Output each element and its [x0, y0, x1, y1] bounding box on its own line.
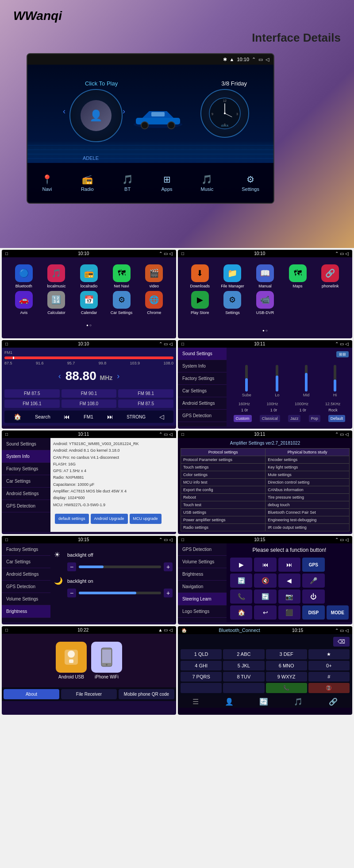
backlight-off-minus[interactable]: − [67, 562, 76, 571]
bt-music-icon[interactable]: 🎵 [294, 698, 303, 706]
nav-settings[interactable]: ⚙ Settings [242, 174, 259, 192]
brightness-menu-brightness[interactable]: Brightness [2, 605, 50, 618]
nav-music[interactable]: 🎵 Music [201, 174, 214, 192]
brightness-menu-factory[interactable]: Factory Settings [2, 543, 50, 556]
sound-menu-system[interactable]: System Info [178, 360, 227, 372]
radio-band-btn[interactable]: FM1 [84, 414, 93, 419]
bt-link-icon[interactable]: 🔗 [329, 698, 338, 706]
iphone-wifi-item[interactable]: iPhone WiFi [91, 642, 122, 679]
gps-menu-navigation[interactable]: Navigation [178, 581, 227, 593]
gps-next-btn[interactable]: ⏭ [278, 558, 300, 572]
bt-key-6[interactable]: 6 MNO [266, 661, 307, 670]
app-downloads[interactable]: ⬇ Downloads [185, 264, 215, 288]
radio-back-btn[interactable]: ◁ [159, 413, 164, 420]
preset-classical[interactable]: Classical [260, 415, 280, 422]
gps-power-btn[interactable]: ⏻ [302, 589, 324, 604]
bt-key-4[interactable]: 4 GHI [181, 661, 222, 670]
eng-row-8-1[interactable]: USB settings [181, 509, 266, 516]
eng-row-3-2[interactable]: Mute settings [266, 471, 350, 479]
bt-call-btn[interactable]: 📞 [266, 683, 307, 693]
nav-navi[interactable]: 📍 Navi [42, 174, 53, 192]
bt-key-0plus[interactable]: 0+ [308, 661, 350, 670]
sysinfo-menu-system[interactable]: System Info [2, 450, 50, 463]
gps-menu-steering[interactable]: Steering Learn [178, 593, 227, 605]
eng-row-10-2[interactable]: IR code output setting [266, 524, 350, 531]
next-arrow[interactable]: › [123, 107, 125, 116]
eng-row-2-1[interactable]: Touch settings [181, 464, 266, 471]
app-settings-2[interactable]: ⚙ Settings [218, 291, 248, 315]
sysinfo-menu-car[interactable]: Car Settings [2, 475, 50, 488]
prev-arrow[interactable]: ‹ [63, 107, 65, 116]
bt-key-2[interactable]: 2 ABC [223, 649, 264, 659]
preset-jazz[interactable]: Jazz [288, 415, 301, 422]
sube-slider[interactable] [245, 365, 248, 391]
gps-mode-btn[interactable]: MODE [327, 605, 349, 620]
app-netnavi[interactable]: 🗺 Net Navi [107, 264, 137, 288]
preset-4[interactable]: FM 106.1 [4, 399, 60, 408]
bt-sync-icon[interactable]: 🔄 [259, 698, 268, 706]
android-usb-item[interactable]: Android USB [56, 642, 87, 679]
bt-key-3[interactable]: 3 DEF [266, 649, 307, 659]
eng-row-8-2[interactable]: Bluetooth Connect Pair Set [266, 509, 350, 516]
bt-key-1[interactable]: 1 QLD [181, 649, 222, 659]
radio-prev-btn[interactable]: ⏮ [64, 413, 70, 420]
bt-key-hash[interactable]: # [308, 672, 350, 682]
eng-row-1-1[interactable]: Protocol Parameter settings [181, 456, 266, 464]
gps-home-btn[interactable]: 🏠 [230, 605, 252, 620]
music-circle[interactable]: 👤 [69, 89, 123, 142]
file-receiver-tab[interactable]: File Receiver [61, 689, 117, 699]
app-localmusic[interactable]: 🎵 localmusic [42, 264, 72, 288]
bt-key-9[interactable]: 9 WXYZ [266, 672, 307, 682]
sound-menu-car[interactable]: Car Settings [178, 385, 227, 397]
radio-home-btn[interactable]: 🏠 [14, 413, 21, 420]
eng-row-7-1[interactable]: Touch test [181, 501, 266, 509]
nav-bt[interactable]: 🎵 BT [122, 174, 133, 192]
eng-row-2-2[interactable]: Key light settings [266, 464, 350, 471]
gps-menu-detection[interactable]: GPS Detection [178, 543, 227, 556]
bt-hangup-btn[interactable]: 📵 [308, 683, 350, 693]
radio-search-btn[interactable]: Search [35, 414, 50, 419]
preset-pop[interactable]: Pop [309, 415, 320, 422]
brightness-menu-volume[interactable]: Volume Settings [2, 593, 50, 605]
eng-row-4-1[interactable]: MCU info test [181, 479, 266, 486]
about-tab[interactable]: About [4, 689, 59, 699]
gps-back-btn[interactable]: ↩ [254, 605, 276, 620]
radio-next-btn[interactable]: ⏭ [107, 413, 113, 420]
app-bluetooth[interactable]: 🔵 Bluetooth [9, 264, 39, 288]
gps-mic-btn[interactable]: 🎤 [302, 574, 324, 588]
sound-menu-gps[interactable]: GPS Detection [178, 410, 227, 422]
mcu-upgrade-btn[interactable]: MCU upgrade [130, 514, 162, 524]
nav-radio[interactable]: 📻 Radio [81, 174, 94, 192]
app-calculator[interactable]: 🔢 Calculator [42, 291, 72, 315]
backlight-off-plus[interactable]: + [164, 562, 173, 571]
eng-row-3-1[interactable]: Color settings [181, 471, 266, 479]
bt-key-5[interactable]: 5 JKL [223, 661, 264, 670]
brightness-menu-gps[interactable]: GPS Detection [2, 581, 50, 593]
gps-phone-btn[interactable]: 📞 [230, 589, 252, 604]
gps-play-btn[interactable]: ▶ [230, 558, 252, 572]
app-carsettings[interactable]: ⚙ Car Settings [107, 291, 137, 315]
bt-key-star[interactable]: ★ [308, 649, 350, 659]
preset-1[interactable]: FM 87.5 [4, 389, 60, 398]
sysinfo-menu-gps[interactable]: GPS Detection [2, 500, 50, 512]
eng-row-5-2[interactable]: CANbus information [266, 486, 350, 494]
default-btn[interactable]: Default [328, 415, 346, 422]
sysinfo-menu-sound[interactable]: Sound Settings [2, 438, 50, 450]
gps-camera-btn[interactable]: 📷 [278, 589, 300, 604]
gps-menu-volume[interactable]: Volume Settings [178, 556, 227, 568]
hi-slider[interactable] [334, 365, 336, 391]
brightness-menu-car[interactable]: Car Settings [2, 556, 50, 568]
gps-gps-btn[interactable]: GPS [302, 558, 324, 572]
sysinfo-menu-factory[interactable]: Factory Settings [2, 463, 50, 475]
eng-row-7-2[interactable]: debug touch [266, 501, 350, 509]
qrcode-tab[interactable]: Mobile phone QR code [119, 689, 174, 699]
app-localradio[interactable]: 📻 localradio [74, 264, 104, 288]
backlight-on-plus[interactable]: + [164, 589, 173, 597]
sysinfo-menu-android[interactable]: Android Settings [2, 488, 50, 500]
android-upgrade-btn[interactable]: Android Upgrade [91, 514, 128, 524]
app-video[interactable]: 🎬 video [139, 264, 169, 288]
preset-custom[interactable]: Custom [234, 415, 252, 422]
app-calendar[interactable]: 📅 Calendar [74, 291, 104, 315]
gps-disp-btn[interactable]: DISP [302, 605, 324, 620]
gps-sync-btn[interactable]: 🔄 [254, 589, 276, 604]
